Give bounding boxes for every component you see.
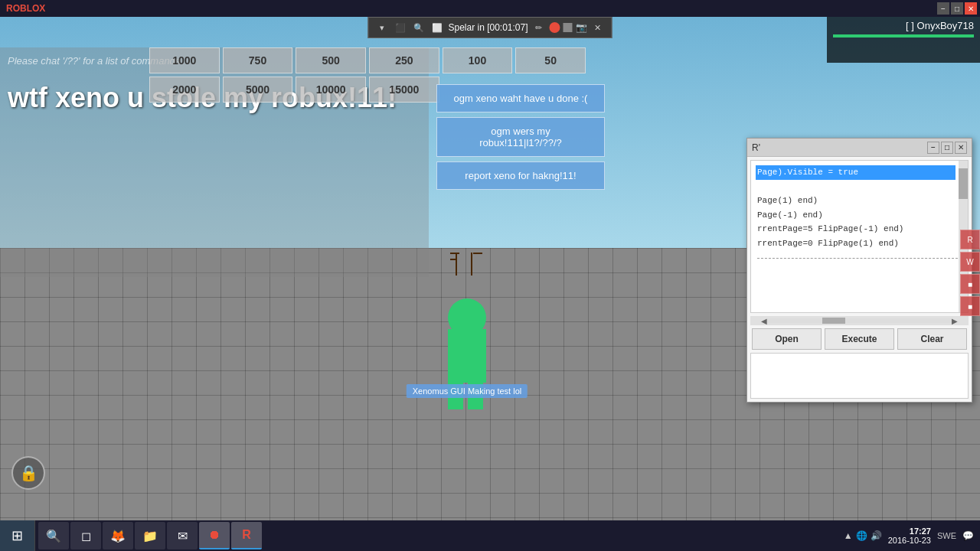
pencil-icon[interactable]: ✏ (531, 20, 547, 35)
editor-output-area[interactable] (750, 353, 969, 399)
scrollbar-thumb[interactable] (959, 168, 968, 199)
code-line-5: rrentPage=5 FlipPage(-1) end) (756, 222, 956, 236)
right-sidebar-icons: R W ■ ■ (960, 230, 980, 316)
chat-options: ogm xeno waht have u done :( ogm wers my… (436, 84, 605, 190)
num-btn-250[interactable]: 250 (369, 47, 439, 73)
username-display: [ ] OnyxBoy718 (906, 20, 974, 31)
editor-minimize-btn[interactable]: − (927, 142, 939, 154)
num-btn-2000[interactable]: 2000 (149, 77, 220, 103)
clear-button[interactable]: Clear (897, 328, 967, 350)
language-indicator: SWE (937, 531, 956, 540)
num-btn-50[interactable]: 50 (515, 47, 586, 73)
code-line-3: Page(1) end) (756, 194, 956, 208)
script-editor-window: R' − □ ✕ Page).Visible = true Page(1) en… (746, 138, 972, 403)
taskbar-record[interactable]: ⏺ (199, 522, 230, 549)
scroll-right-btn[interactable]: ▶ (952, 317, 958, 325)
tray-speaker[interactable]: 🔊 (871, 530, 882, 541)
webcam-icon[interactable]: ⬛ (393, 20, 408, 35)
chat-option-2[interactable]: ogm wers my robux!111|l1?/??/? (436, 117, 605, 157)
h-scroll-thumb[interactable] (822, 318, 845, 324)
num-btn-500[interactable]: 500 (296, 47, 366, 73)
open-button[interactable]: Open (752, 328, 822, 350)
title-bar-controls: − □ ✕ (937, 2, 977, 15)
editor-restore-btn[interactable]: □ (941, 142, 953, 154)
taskbar-mail[interactable]: ✉ (167, 522, 198, 549)
right-icon-4[interactable]: ■ (960, 296, 980, 316)
dropdown-icon[interactable]: ▾ (374, 20, 390, 35)
taskbar-browser[interactable]: 🦊 (103, 522, 133, 549)
taskbar-apps: 🔍 ◻ 🦊 📁 ✉ ⏺ R (35, 520, 265, 551)
windows-icon: ⊞ (11, 527, 23, 544)
editor-code-area[interactable]: Page).Visible = true Page(1) end) Page(-… (750, 160, 969, 313)
chat-option-1[interactable]: ogm xeno waht have u done :( (436, 84, 605, 112)
close-rec-icon[interactable]: ✕ (590, 20, 606, 35)
char-nametag: Xenomus GUI Making test lol (407, 384, 528, 398)
app-title: ROBLOX (6, 3, 45, 14)
num-btn-1000[interactable]: 1000 (149, 47, 220, 73)
num-btn-5000[interactable]: 5000 (223, 77, 293, 103)
num-btn-100[interactable]: 100 (443, 47, 513, 73)
clock[interactable]: 17:27 2016-10-23 (888, 527, 931, 545)
start-button[interactable]: ⊞ (0, 520, 35, 551)
taskbar-search[interactable]: 🔍 (38, 522, 69, 549)
code-line-6: rrentPage=0 FlipPage(1) end) (756, 236, 956, 251)
scroll-track[interactable] (767, 318, 952, 323)
code-line-4: Page(-1) end) (756, 208, 956, 223)
close-button[interactable]: ✕ (965, 2, 977, 15)
zoom-icon[interactable]: 🔍 (411, 20, 426, 35)
code-line-2 (756, 180, 956, 194)
spelar-text: Spelar in [00:01:07] (448, 22, 528, 33)
right-icon-1[interactable]: R (960, 230, 980, 249)
chat-option-3[interactable]: report xeno for hakng!11! (436, 161, 605, 190)
editor-close-btn[interactable]: ✕ (955, 142, 967, 154)
num-btn-15000[interactable]: 15000 (369, 77, 439, 103)
num-btn-10000[interactable]: 10000 (296, 77, 366, 103)
char-body (448, 329, 486, 383)
taskbar-right: ▲ 🌐 🔊 17:27 2016-10-23 SWE 💬 (844, 527, 980, 545)
code-display: Page).Visible = true Page(1) end) Page(-… (751, 161, 968, 255)
execute-button[interactable]: Execute (825, 328, 894, 350)
editor-title: R' (752, 142, 926, 153)
stop-button[interactable] (564, 23, 573, 32)
right-icon-3[interactable]: ■ (960, 274, 980, 294)
tray-arrow[interactable]: ▲ (844, 530, 853, 541)
taskbar-explorer[interactable]: 📁 (135, 522, 165, 549)
fullscreen-icon[interactable]: ⬜ (430, 20, 445, 35)
camera-icon[interactable]: 📷 (576, 22, 587, 33)
character: Xenomus GUI Making test lol (429, 245, 505, 383)
minimize-button[interactable]: − (937, 2, 949, 15)
taskbar: ⊞ 🔍 ◻ 🦊 📁 ✉ ⏺ R ▲ 🌐 🔊 17:27 2016-10-23 S… (0, 520, 980, 551)
editor-titlebar: R' − □ ✕ (747, 139, 972, 157)
clock-date: 2016-10-23 (888, 536, 931, 545)
taskbar-roblox[interactable]: R (231, 522, 262, 549)
health-bar (833, 34, 974, 37)
tray-network[interactable]: 🌐 (856, 530, 867, 541)
scroll-left-btn[interactable]: ◀ (761, 317, 767, 325)
notification-icon[interactable]: 💬 (962, 530, 974, 541)
recording-bar: ▾ ⬛ 🔍 ⬜ Spelar in [00:01:07] ✏ 📷 ✕ (368, 17, 612, 38)
restore-button[interactable]: □ (951, 2, 963, 15)
taskbar-taskview[interactable]: ◻ (70, 522, 101, 549)
clock-time: 17:27 (888, 527, 931, 536)
right-icon-2[interactable]: W (960, 252, 980, 272)
code-line-1: Page).Visible = true (756, 165, 956, 180)
system-tray: ▲ 🌐 🔊 (844, 530, 882, 541)
record-button-red[interactable] (550, 22, 560, 33)
lock-icon[interactable]: 🔒 (11, 456, 45, 490)
title-bar: ROBLOX − □ ✕ (0, 0, 980, 17)
num-btn-750[interactable]: 750 (223, 47, 293, 73)
user-panel: [ ] OnyxBoy718 (827, 17, 980, 63)
editor-scrollbar-horizontal[interactable]: ◀ ▶ (750, 316, 969, 325)
editor-buttons: Open Execute Clear (747, 325, 972, 353)
